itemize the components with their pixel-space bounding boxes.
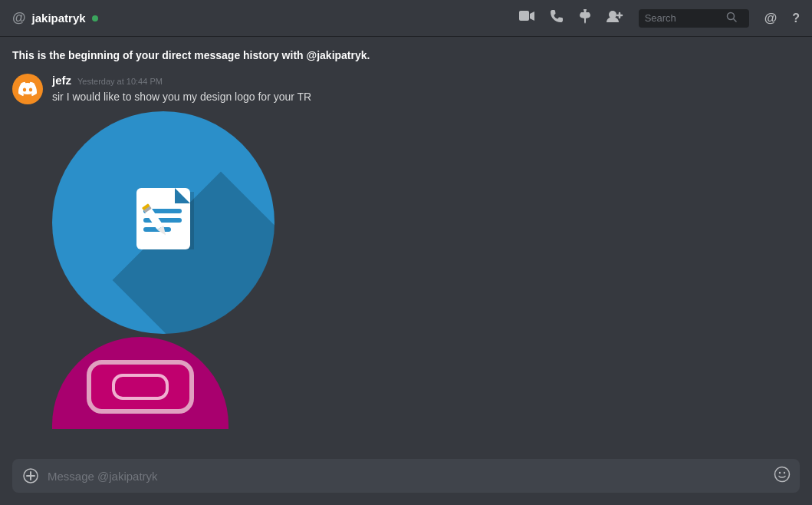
message-timestamp: Yesterday at 10:44 PM	[77, 77, 163, 86]
message-group: jefz Yesterday at 10:44 PM sir I would l…	[12, 74, 800, 429]
message-input[interactable]	[48, 470, 766, 483]
svg-rect-0	[519, 11, 529, 21]
dm-history-prefix: This is the beginning of your direct mes…	[12, 49, 307, 61]
video-call-icon[interactable]	[519, 10, 534, 26]
message-content: jefz Yesterday at 10:44 PM sir I would l…	[52, 74, 800, 429]
message-username: jefz	[52, 74, 71, 87]
mention-icon[interactable]: @	[764, 11, 777, 26]
at-icon: @	[12, 10, 26, 26]
avatar	[12, 74, 43, 104]
emoji-button[interactable]	[774, 466, 791, 487]
svg-point-18	[784, 471, 785, 473]
chat-area: This is the beginning of your direct mes…	[0, 37, 812, 459]
message-input-area	[0, 459, 812, 505]
header: @ jakipatryk	[0, 0, 812, 37]
online-status-dot	[92, 15, 98, 21]
message-header: jefz Yesterday at 10:44 PM	[52, 74, 800, 87]
pin-icon[interactable]	[579, 8, 591, 28]
header-username: jakipatryk	[32, 12, 86, 25]
search-bar[interactable]	[639, 9, 749, 28]
svg-rect-6	[143, 218, 182, 223]
header-left: @ jakipatryk	[12, 10, 510, 26]
dm-history-mention: @jakipatryk	[307, 49, 367, 61]
svg-point-16	[775, 467, 790, 481]
header-icons: @ ?	[519, 8, 800, 28]
message-input-wrapper	[12, 459, 800, 493]
help-icon[interactable]: ?	[792, 12, 800, 25]
message-images	[52, 111, 800, 429]
search-input[interactable]	[645, 12, 722, 24]
message-text: sir I would like to show you my design l…	[52, 90, 800, 105]
search-icon	[726, 12, 737, 25]
add-attachment-button[interactable]	[21, 467, 40, 485]
svg-point-17	[779, 471, 781, 473]
dm-history-suffix: .	[367, 49, 370, 61]
phone-call-icon[interactable]	[550, 9, 564, 27]
logo-image-2[interactable]	[52, 337, 228, 429]
logo-image-1[interactable]	[52, 111, 275, 334]
dm-history-text: This is the beginning of your direct mes…	[12, 49, 800, 61]
add-friend-icon[interactable]	[607, 10, 623, 26]
svg-line-3	[733, 19, 736, 22]
svg-rect-12	[113, 375, 167, 398]
magenta-inner-shape	[87, 360, 194, 414]
